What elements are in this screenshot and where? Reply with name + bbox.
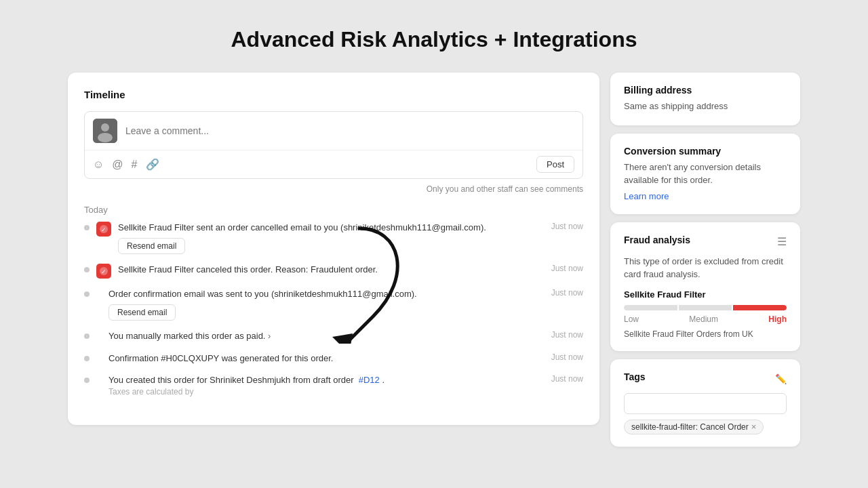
- timeline-title: Timeline: [84, 89, 583, 100]
- billing-card: Billing address Same as shipping address: [610, 73, 800, 125]
- svg-text:✓: ✓: [101, 268, 106, 275]
- fraud-description: This type of order is excluded from cred…: [624, 255, 787, 281]
- timeline-dot: [84, 225, 90, 230]
- timeline-content: Order confirmation email was sent to you…: [108, 288, 545, 321]
- comment-input[interactable]: [125, 125, 574, 136]
- tag-chip: sellkite-fraud-filter: Cancel Order ×: [624, 420, 764, 434]
- timeline-text: Sellkite Fraud Filter canceled this orde…: [118, 264, 545, 276]
- avatar: [93, 119, 117, 143]
- edit-icon[interactable]: ✏️: [775, 373, 787, 384]
- resend-email-button-2[interactable]: Resend email: [108, 304, 176, 321]
- draft-order-link[interactable]: #D12: [359, 375, 380, 385]
- timeline-content: You manually marked this order as paid. …: [108, 330, 545, 342]
- tags-header: Tags ✏️: [624, 371, 787, 386]
- timeline-dot: [84, 291, 90, 297]
- resend-email-button[interactable]: Resend email: [118, 238, 185, 254]
- risk-labels: Low Medium High: [624, 314, 787, 324]
- risk-bar-low: [624, 305, 677, 310]
- list-icon: ☰: [777, 235, 787, 248]
- tax-note: Taxes are calculated by: [108, 386, 545, 398]
- conversion-title: Conversion summary: [624, 146, 787, 157]
- sellkite-label: Sellkite Fraud Filter: [624, 289, 787, 300]
- timeline-time: Just now: [551, 288, 583, 298]
- timeline-time: Just now: [551, 222, 583, 231]
- page-header: Advanced Risk Analytics + Integrations: [0, 0, 868, 73]
- fraud-header: Fraud analysis ☰: [624, 235, 787, 249]
- timeline-dot: [84, 333, 90, 339]
- page-title: Advanced Risk Analytics + Integrations: [0, 27, 868, 52]
- risk-medium-label: Medium: [689, 314, 718, 324]
- page-wrapper: Advanced Risk Analytics + Integrations T…: [0, 0, 868, 447]
- timeline-time: Just now: [551, 374, 583, 384]
- conversion-text: There aren't any conversion details avai…: [624, 161, 787, 187]
- risk-bar-medium: [679, 305, 732, 310]
- fraud-title: Fraud analysis: [624, 235, 690, 245]
- timeline-panel: Timeline ☺ @ # 🔗 Post Only you and oth: [68, 73, 599, 425]
- risk-bar-high: [733, 305, 787, 310]
- right-panel: Billing address Same as shipping address…: [610, 73, 800, 447]
- timeline-text: You manually marked this order as paid. …: [108, 330, 545, 342]
- timeline-item: You manually marked this order as paid. …: [84, 330, 583, 342]
- timeline-item: Confirmation #H0CLQXUPY was generated fo…: [84, 352, 583, 365]
- emoji-icon[interactable]: ☺: [93, 159, 104, 171]
- timeline-item: ✓ Sellkite Fraud Filter canceled this or…: [84, 264, 583, 279]
- timeline-text: Sellkite Fraud Filter sent an order canc…: [118, 222, 545, 234]
- svg-point-2: [98, 133, 113, 142]
- post-button[interactable]: Post: [536, 156, 574, 173]
- tag-icon[interactable]: #: [132, 159, 138, 171]
- risk-high-label: High: [768, 314, 787, 324]
- tag-chip-label: sellkite-fraud-filter: Cancel Order: [631, 422, 749, 432]
- timeline-text: You created this order for Shriniket Des…: [108, 374, 545, 386]
- tags-title: Tags: [624, 371, 646, 382]
- tag-remove-button[interactable]: ×: [751, 422, 757, 431]
- learn-more-link[interactable]: Learn more: [624, 191, 669, 201]
- date-label: Today: [84, 205, 583, 215]
- timeline-item: You created this order for Shriniket Des…: [84, 374, 583, 398]
- link-icon[interactable]: 🔗: [146, 158, 159, 171]
- tags-input[interactable]: [624, 393, 787, 414]
- svg-point-1: [101, 123, 109, 131]
- timeline-content: Sellkite Fraud Filter canceled this orde…: [118, 264, 545, 276]
- timeline-time: Just now: [551, 264, 583, 273]
- timeline-time: Just now: [551, 330, 583, 340]
- timeline-content: You created this order for Shriniket Des…: [108, 374, 545, 398]
- timeline-item: Order confirmation email was sent to you…: [84, 288, 583, 321]
- mention-icon[interactable]: @: [112, 159, 123, 171]
- svg-text:✓: ✓: [101, 226, 106, 233]
- tags-card: Tags ✏️ sellkite-fraud-filter: Cancel Or…: [610, 359, 800, 447]
- billing-title: Billing address: [624, 85, 787, 96]
- risk-sub-text: Sellkite Fraud Filter Orders from UK: [624, 329, 787, 339]
- staff-note: Only you and other staff can see comment…: [84, 184, 583, 194]
- billing-subtitle: Same as shipping address: [624, 100, 787, 113]
- comment-input-row: [85, 112, 583, 150]
- timeline-dot: [84, 267, 90, 272]
- timeline-time: Just now: [551, 352, 583, 362]
- timeline-content: Sellkite Fraud Filter sent an order canc…: [118, 222, 545, 254]
- sellkite-badge-icon: ✓: [96, 264, 111, 279]
- timeline-items: ✓ Sellkite Fraud Filter sent an order ca…: [84, 222, 583, 398]
- timeline-item: ✓ Sellkite Fraud Filter sent an order ca…: [84, 222, 583, 254]
- comment-toolbar: ☺ @ # 🔗 Post: [85, 150, 583, 178]
- comment-box: ☺ @ # 🔗 Post: [84, 111, 583, 179]
- timeline-dot: [84, 356, 90, 361]
- timeline-dot: [84, 378, 90, 383]
- content-wrapper: Timeline ☺ @ # 🔗 Post Only you and oth: [0, 73, 868, 447]
- sellkite-badge-icon: ✓: [96, 222, 111, 237]
- conversion-card: Conversion summary There aren't any conv…: [610, 134, 800, 214]
- risk-low-label: Low: [624, 314, 639, 324]
- risk-bar-container: [624, 305, 787, 310]
- tags-chips: sellkite-fraud-filter: Cancel Order ×: [624, 420, 787, 434]
- sellkite-section: Sellkite Fraud Filter Low Medium High Se…: [624, 289, 787, 339]
- timeline-text: Confirmation #H0CLQXUPY was generated fo…: [108, 352, 545, 365]
- fraud-card: Fraud analysis ☰ This type of order is e…: [610, 222, 800, 351]
- timeline-content: Confirmation #H0CLQXUPY was generated fo…: [108, 352, 545, 365]
- timeline-text: Order confirmation email was sent to you…: [108, 288, 545, 300]
